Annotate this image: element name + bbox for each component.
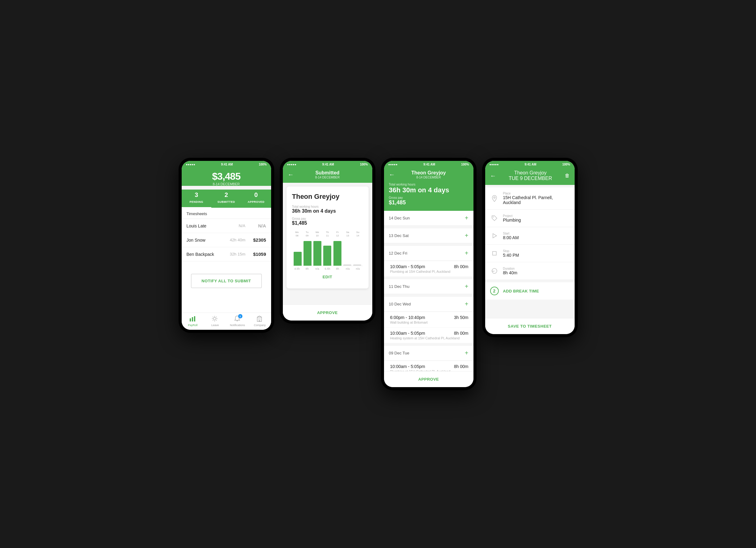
nav-company[interactable]: Company	[249, 315, 271, 327]
tab-pending[interactable]: 3 PENDING	[182, 190, 212, 208]
hours-value: 36h 30m on 4 days	[292, 208, 363, 214]
day-label: We	[313, 231, 322, 234]
bar-th	[323, 246, 331, 266]
status-bar-3: ●●●●● 9:41 AM 100%	[384, 161, 473, 168]
svg-rect-22	[493, 252, 496, 255]
header-subtitle: 8-14 DECEMBER	[297, 176, 358, 179]
day-row[interactable]: 12 Dec Fri +	[384, 246, 473, 261]
time-entry[interactable]: 6:00pm - 10:40pm 3h 50m Wall building at…	[384, 312, 473, 327]
tab-submitted[interactable]: 2 SUBMITTED	[211, 190, 241, 208]
svg-point-19	[494, 197, 495, 198]
nav-notifications[interactable]: 1 Notifications	[226, 315, 249, 327]
notification-badge: 1	[238, 314, 242, 318]
save-button[interactable]: SAVE TO TIMESHEET	[485, 318, 575, 334]
nav-leave[interactable]: Leave	[204, 315, 226, 327]
bar-mo	[294, 252, 302, 266]
day-row[interactable]: 13 Dec Sat +	[384, 229, 473, 243]
project-content: Project Plumbing	[503, 214, 521, 223]
start-value: 8:00 AM	[503, 235, 519, 240]
stop-value: 5:40 PM	[503, 253, 519, 258]
status-bar-1: ●●●●● 9:41 AM 100%	[182, 161, 271, 168]
bell-icon: 1	[234, 315, 241, 323]
entry-description: Plumbing at 15H Cathedral Pl, Auckland	[390, 270, 469, 274]
chart-val: 6.5h	[323, 267, 332, 270]
entry-description: Wall building at Britomart	[390, 320, 469, 324]
header-center: Theon Greyjoy TUE 9 DECEMBER	[496, 170, 565, 181]
tag-icon	[490, 214, 499, 223]
back-button[interactable]: ←	[389, 171, 395, 178]
phone-3: ●●●●● 9:41 AM 100% ← Theon Greyjoy 8-14 …	[381, 158, 477, 390]
add-entry-icon[interactable]: +	[465, 300, 469, 307]
time-entry[interactable]: 10:00am - 5:05pm 8h 00m Plumbing at 15H …	[384, 361, 473, 371]
time-display: 9:41 AM	[525, 163, 536, 166]
time-display: 9:41 AM	[423, 163, 435, 166]
time-range-value: 10:00am - 5:05pm	[390, 331, 425, 336]
pending-label: PENDING	[190, 200, 204, 204]
day-row[interactable]: 10 Dec Wed +	[384, 297, 473, 311]
person-summary: Total working hours 36h 30m on 4 days Gr…	[384, 183, 473, 211]
time-entry[interactable]: 10:00am - 5:05pm 8h 00m Plumbing at 15H …	[384, 261, 473, 277]
table-row[interactable]: Jon Snow 42h 40m $2305	[182, 233, 271, 247]
edit-button[interactable]: EDIT	[292, 270, 363, 283]
back-button[interactable]: ←	[288, 171, 294, 178]
hours-label: Total working hours	[389, 183, 469, 186]
add-entry-icon[interactable]: +	[465, 250, 469, 257]
time-entry[interactable]: 10:00am - 5:05pm 8h 00m Heating system a…	[384, 327, 473, 343]
nav-company-label: Company	[254, 323, 266, 327]
bottom-navigation: PayRoll	[182, 312, 271, 330]
notify-all-button[interactable]: NOTIFY ALL TO SUBMIT	[191, 274, 262, 288]
entry-detail-header: ← Theon Greyjoy TUE 9 DECEMBER 🗑	[485, 168, 575, 185]
day-row[interactable]: 09 Dec Tue +	[384, 346, 473, 360]
date-label: 10	[313, 234, 322, 237]
chart-values: 4.5h 8h n/a 6.5h 8h n/a n/a	[292, 267, 363, 270]
header-title: Theon Greyjoy	[398, 170, 459, 176]
nav-payroll[interactable]: PayRoll	[182, 315, 204, 327]
stop-content: Stop 5:40 PM	[503, 249, 519, 258]
header-title: Theon Greyjoy	[496, 170, 565, 176]
detail-header: ← Theon Greyjoy 8-14 DECEMBER	[384, 168, 473, 183]
payroll-body: Timesheets Louis Late N/A N/A Jon Snow 4…	[182, 208, 271, 312]
time-display: 9:41 AM	[322, 163, 334, 166]
add-entry-icon[interactable]: +	[465, 349, 469, 356]
back-button[interactable]: ←	[490, 172, 496, 179]
approve-button[interactable]: APPROVE	[384, 371, 473, 387]
delete-icon[interactable]: 🗑	[565, 173, 570, 179]
add-entry-icon[interactable]: +	[465, 283, 469, 290]
table-row[interactable]: Ben Backpack 32h 15m $1059	[182, 247, 271, 262]
add-break-row[interactable]: 2 ADD BREAK TIME	[485, 282, 575, 299]
detail-list: Place 15H Cathedral Pl. Parnell, Aucklan…	[485, 188, 575, 280]
svg-rect-18	[259, 320, 260, 321]
add-break-label[interactable]: ADD BREAK TIME	[503, 289, 539, 293]
hours-value: N/A	[239, 224, 246, 228]
time-display: 9:41 AM	[221, 163, 233, 166]
phones-container: ●●●●● 9:41 AM 100% $3,485 8-14 DECEMBER …	[179, 158, 578, 390]
table-row[interactable]: Louis Late N/A N/A	[182, 219, 271, 233]
status-bar-2: ●●●●● 9:41 AM 100%	[283, 161, 372, 168]
chart-val: n/a	[353, 267, 362, 270]
pay-label: Gross pay	[292, 217, 363, 221]
add-entry-icon[interactable]: +	[465, 232, 469, 239]
date-range: 8-14 DECEMBER	[187, 182, 266, 186]
timesheet-card: Theon Greyjoy Total working hours 36h 30…	[287, 187, 369, 288]
header-title: Submitted	[297, 170, 358, 176]
nav-payroll-label: PayRoll	[188, 323, 197, 327]
svg-line-10	[216, 317, 217, 317]
svg-rect-14	[258, 318, 259, 319]
chart-val: 4.5h	[292, 267, 302, 270]
approve-button[interactable]: APPROVE	[283, 304, 372, 320]
svg-line-11	[213, 320, 213, 321]
bar-tu	[304, 241, 312, 266]
date-label: 09	[303, 234, 312, 237]
signal-icon: ●●●●●	[490, 163, 499, 166]
project-row: Project Plumbing	[485, 210, 575, 227]
date-label: 14	[353, 234, 362, 237]
start-content: Start 8:00 AM	[503, 232, 519, 240]
day-label: 12 Dec Fri	[389, 251, 465, 256]
duration-value: 8h 40m	[503, 270, 518, 275]
nav-notifications-label: Notifications	[230, 323, 245, 327]
tab-approved[interactable]: 0 APPROVED	[241, 190, 271, 208]
add-entry-icon[interactable]: +	[465, 215, 469, 222]
day-row[interactable]: 14 Dec Sun +	[384, 211, 473, 226]
place-label: Place	[503, 192, 570, 195]
day-row[interactable]: 11 Dec Thu +	[384, 279, 473, 294]
